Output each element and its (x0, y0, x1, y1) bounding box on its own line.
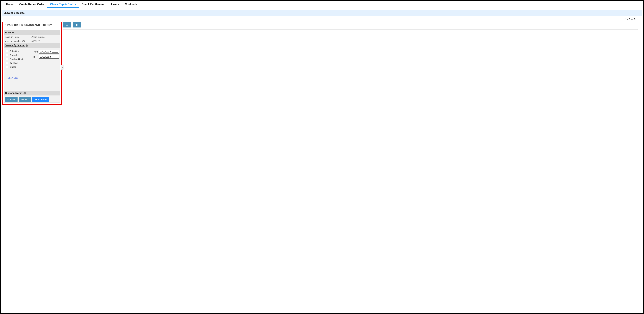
to-date-value: 07/09/2023 (40, 56, 46, 58)
tab-check-entitlement[interactable]: Check Entitlement (79, 1, 108, 8)
tab-home[interactable]: Home (3, 1, 16, 8)
records-status-bar: Showing 5 records (2, 10, 642, 16)
status-cancelled[interactable]: Cancelled (6, 54, 31, 56)
section-search-by-status-header[interactable]: Search By Status i (4, 43, 60, 48)
calendar-icon[interactable] (52, 51, 58, 53)
section-custom-search-header[interactable]: Custom Search i (4, 91, 60, 96)
from-date-input[interactable]: 07/01/2023 (39, 50, 59, 54)
status-on-hold[interactable]: On Hold (6, 62, 31, 64)
status-pending-quote-label: Pending Quote (10, 58, 24, 60)
columns-icon (76, 24, 78, 26)
status-closed[interactable]: Closed (6, 66, 31, 68)
results-area (62, 22, 642, 30)
checkbox-closed[interactable] (6, 66, 8, 68)
calendar-icon[interactable] (52, 56, 58, 58)
info-icon[interactable]: i (22, 40, 25, 42)
info-icon[interactable]: i (24, 92, 26, 94)
tab-check-repair-status[interactable]: Check Repair Status (47, 1, 79, 8)
need-help-button[interactable]: NEED HELP (32, 97, 49, 102)
show-less-link[interactable]: Show Less (8, 76, 18, 79)
chevron-left-icon: ‹ (62, 66, 63, 68)
to-date-input[interactable]: 07/09/2023 (39, 55, 59, 58)
checkbox-on-hold[interactable] (6, 62, 8, 64)
tab-create-repair-order[interactable]: Create Repair Order (16, 1, 47, 8)
checkbox-pending-quote[interactable] (6, 58, 8, 60)
info-icon[interactable]: i (26, 44, 28, 47)
checkbox-cancelled[interactable] (6, 54, 8, 56)
collapse-panel-handle[interactable]: ‹ (61, 64, 64, 70)
from-date-value: 07/01/2023 (40, 50, 46, 53)
custom-search-label: Custom Search (5, 92, 22, 94)
account-number-value: 6088923 (32, 40, 59, 42)
status-submitted[interactable]: Submitted (6, 50, 31, 52)
columns-button[interactable] (73, 22, 81, 28)
tab-assets[interactable]: Assets (108, 1, 122, 8)
status-submitted-label: Submitted (10, 50, 20, 52)
reset-button[interactable]: RESET (19, 97, 31, 102)
checkbox-submitted[interactable] (6, 50, 8, 52)
status-cancelled-label: Cancelled (10, 54, 19, 56)
table-placeholder (63, 29, 638, 30)
status-pending-quote[interactable]: Pending Quote (6, 58, 31, 60)
status-closed-label: Closed (10, 66, 16, 68)
tab-contracts[interactable]: Contracts (122, 1, 140, 8)
account-name-label: Account Name (5, 36, 32, 38)
section-account-header: Account (4, 30, 60, 35)
from-label: From (32, 50, 39, 53)
status-on-hold-label: On Hold (10, 62, 18, 64)
download-button[interactable] (63, 22, 71, 28)
filter-panel: REPAIR ORDER STATUS AND HISTORY Account … (2, 22, 62, 105)
pagination-text: 1 - 5 of 5 (625, 18, 636, 21)
nav-tabs: Home Create Repair Order Check Repair St… (1, 1, 643, 8)
panel-title: REPAIR ORDER STATUS AND HISTORY (4, 24, 60, 26)
to-label: To (32, 56, 39, 58)
account-name-value: Zebra Internal (32, 36, 59, 38)
account-number-label: Account Number (5, 40, 22, 42)
search-by-status-label: Search By Status (5, 44, 24, 47)
submit-button[interactable]: SUBMIT (5, 97, 18, 102)
download-icon (66, 24, 68, 26)
